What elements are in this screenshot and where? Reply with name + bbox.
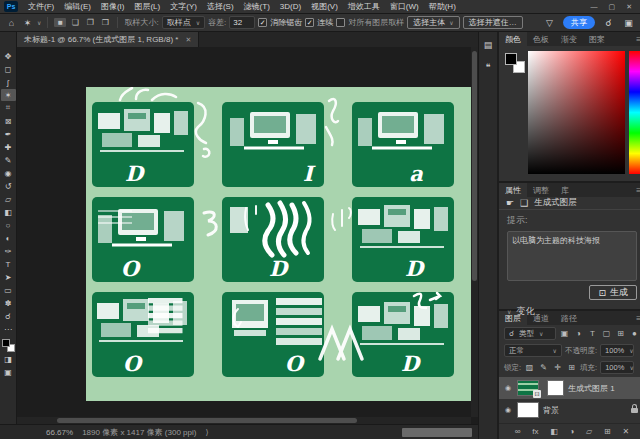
selection-mode-subtract-icon[interactable]: ❐ (84, 18, 96, 27)
window-minimize-icon[interactable]: — (591, 3, 598, 11)
window-maximize-icon[interactable]: ▢ (609, 3, 616, 11)
tab-properties[interactable]: 属性 (499, 183, 527, 197)
tab-libraries[interactable]: 库 (555, 183, 575, 197)
type-tool[interactable]: T (1, 258, 16, 270)
anti-alias-checkbox[interactable]: 消除锯齿 (258, 17, 302, 28)
eraser-tool[interactable]: ▱ (1, 193, 16, 205)
layer-row-generative[interactable]: ◉ ⊡ 生成式图层 1 (499, 377, 640, 399)
workspace-switcher-icon[interactable]: ▣ (622, 18, 635, 28)
layer-name[interactable]: 生成式图层 1 (568, 383, 615, 394)
opacity-dropdown[interactable]: 100% ∨ (600, 344, 634, 357)
layer-row-background[interactable]: ◉ 背景 (499, 399, 640, 421)
canvas-area[interactable]: D I a (17, 47, 478, 424)
canvas-vertical-scrollbar[interactable] (471, 47, 478, 417)
tech-preview-flask-icon[interactable]: ▽ (543, 18, 556, 28)
sample-all-layers-checkbox[interactable]: 对所有图层取样 (336, 17, 404, 28)
marquee-tool[interactable]: ◻ (1, 63, 16, 75)
layer-filter-dropdown[interactable]: ☌ 类型 ∨ (504, 327, 556, 340)
selection-mode-intersect-icon[interactable]: ❒ (99, 18, 111, 27)
foreground-color-swatch[interactable] (505, 53, 517, 65)
tool-preset-wand-icon[interactable]: ✶ (21, 18, 34, 28)
crop-tool[interactable]: ⌗ (1, 102, 16, 114)
frame-tool[interactable]: ⊠ (1, 115, 16, 127)
filter-type-icon[interactable]: T (587, 329, 598, 338)
lock-pixels-icon[interactable]: ✎ (538, 363, 549, 372)
screen-mode-icon[interactable]: ▣ (1, 366, 16, 378)
healing-brush-tool[interactable]: ✚ (1, 141, 16, 153)
menu-type[interactable]: 文字(Y) (165, 1, 202, 12)
tab-swatches[interactable]: 色板 (527, 32, 555, 46)
variations-section[interactable]: ∨ 变化 (507, 304, 637, 318)
layer-name[interactable]: 背景 (543, 405, 559, 416)
tolerance-input[interactable]: 32 (229, 16, 255, 29)
tab-patterns[interactable]: 图案 (583, 32, 611, 46)
saturation-brightness-picker[interactable] (528, 51, 625, 174)
filter-adjustment-icon[interactable]: ◑ (573, 329, 584, 338)
lasso-tool[interactable]: ʃ (1, 76, 16, 88)
menu-select[interactable]: 选择(S) (202, 1, 239, 12)
blur-tool[interactable]: ○ (1, 219, 16, 231)
menu-filter[interactable]: 滤镜(T) (239, 1, 275, 12)
menu-layer[interactable]: 图层(L) (129, 1, 165, 12)
panel-menu-icon[interactable]: ≡ (636, 186, 640, 195)
menu-help[interactable]: 帮助(H) (424, 1, 461, 12)
comments-panel-icon[interactable]: ❝ (486, 62, 491, 72)
eyedropper-tool[interactable]: ✒ (1, 128, 16, 140)
scrollbar-thumb[interactable] (472, 51, 477, 281)
brush-tool[interactable]: ✎ (1, 154, 16, 166)
quick-mask-icon[interactable]: ◨ (1, 353, 16, 365)
panel-menu-icon[interactable]: ≡ (636, 35, 640, 44)
document-close-icon[interactable]: ✕ (185, 36, 191, 44)
status-scrollbar-thumb[interactable] (402, 428, 472, 437)
menu-edit[interactable]: 编辑(E) (59, 1, 96, 12)
document-tab[interactable]: 未标题-1 @ 66.7% (生成式图层 1, RGB/8) * ✕ (17, 32, 199, 47)
history-brush-tool[interactable]: ↺ (1, 180, 16, 192)
zoom-level[interactable]: 66.67% (46, 428, 73, 437)
sample-size-dropdown[interactable]: 取样点 ∨ (162, 16, 205, 29)
layer-thumbnail[interactable]: ⊡ (517, 380, 539, 396)
link-layers-icon[interactable]: ∞ (515, 427, 521, 436)
layer-effects-icon[interactable]: fx (532, 427, 538, 436)
menu-3d[interactable]: 3D(D) (275, 2, 306, 11)
tab-color[interactable]: 颜色 (499, 32, 527, 46)
filter-pixel-icon[interactable]: ▣ (559, 329, 570, 338)
blend-mode-dropdown[interactable]: 正常 ∨ (504, 344, 562, 357)
foreground-color-swatch[interactable] (2, 339, 10, 347)
edit-toolbar-icon[interactable]: ⋯ (1, 323, 16, 335)
menu-file[interactable]: 文件(F) (23, 1, 59, 12)
canvas-horizontal-scrollbar[interactable] (17, 417, 471, 424)
adjustment-layer-icon[interactable]: ◑ (570, 427, 575, 436)
share-button[interactable]: 共享 (563, 16, 595, 29)
contiguous-checkbox[interactable]: 连续 (305, 17, 333, 28)
pen-tool[interactable]: ✑ (1, 245, 16, 257)
tab-adjustments[interactable]: 调整 (527, 183, 555, 197)
lock-position-icon[interactable]: ✛ (552, 363, 563, 372)
layer-mask-thumbnail[interactable] (547, 380, 564, 396)
window-close-icon[interactable]: ✕ (626, 3, 632, 11)
filter-toggle-icon[interactable]: ● (629, 329, 640, 338)
menu-plugins[interactable]: 增效工具 (343, 1, 385, 12)
menu-image[interactable]: 图像(I) (96, 1, 130, 12)
move-tool[interactable]: ✥ (1, 50, 16, 62)
menu-view[interactable]: 视图(V) (306, 1, 343, 12)
filter-smart-object-icon[interactable]: ⊞ (615, 329, 626, 338)
zoom-tool[interactable]: ☌ (1, 310, 16, 322)
history-panel-icon[interactable]: ▤ (484, 40, 493, 50)
lock-all-icon[interactable]: ⊞ (566, 363, 577, 372)
document-artwork[interactable]: D I a (86, 87, 471, 401)
filter-shape-icon[interactable]: ▢ (601, 329, 612, 338)
delete-layer-icon[interactable]: ✕ (622, 427, 629, 436)
magic-wand-tool[interactable]: ✶ (1, 89, 16, 101)
hand-tool[interactable]: ✽ (1, 297, 16, 309)
visibility-eye-icon[interactable]: ◉ (503, 384, 513, 392)
generate-button[interactable]: ⊡ 生成 (589, 285, 637, 300)
add-mask-icon[interactable]: ◧ (550, 427, 558, 436)
clone-stamp-tool[interactable]: ◉ (1, 167, 16, 179)
lock-transparent-icon[interactable]: ▨ (524, 363, 535, 372)
scrollbar-thumb[interactable] (57, 418, 357, 423)
dodge-tool[interactable]: ◐ (1, 232, 16, 244)
gradient-tool[interactable]: ◧ (1, 206, 16, 218)
new-group-icon[interactable]: ▱ (586, 427, 592, 436)
path-selection-tool[interactable]: ➤ (1, 271, 16, 283)
visibility-eye-icon[interactable]: ◉ (503, 406, 513, 414)
